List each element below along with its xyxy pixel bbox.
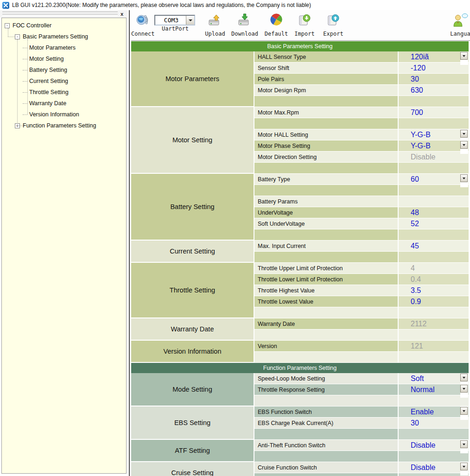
param-combobox	[460, 406, 468, 420]
tree-connector	[23, 103, 27, 104]
param-name: Throttle Lower Limit of Protection	[254, 274, 399, 285]
group-rows: HALL Sensor Type120iãSensor Shift-120Pol…	[254, 51, 469, 107]
panel-splitter[interactable]	[128, 10, 131, 476]
param-value	[399, 330, 469, 340]
connect-icon	[131, 13, 154, 29]
connect-button[interactable]: Connect	[131, 13, 154, 40]
param-value[interactable]: Enable	[399, 406, 469, 417]
tree-item-label: Motor Parameters	[29, 44, 76, 51]
tree-item-motor-setting[interactable]: Motor Setting	[23, 53, 64, 64]
param-value-text: 45	[411, 242, 419, 250]
param-value[interactable]: 4	[399, 263, 469, 273]
close-icon[interactable]: x	[119, 11, 125, 17]
param-value[interactable]: 630	[399, 85, 469, 95]
param-value[interactable]: 30	[399, 74, 469, 84]
param-value[interactable]: 2112	[399, 318, 469, 329]
param-value[interactable]: 120iã	[399, 51, 469, 62]
param-value[interactable]: 60	[399, 174, 469, 184]
dropdown-button[interactable]	[460, 440, 468, 448]
param-name	[254, 451, 399, 462]
param-value[interactable]: Soft	[399, 373, 469, 384]
param-value-text: Disable	[411, 441, 435, 450]
param-value[interactable]: Y-G-B	[399, 129, 469, 140]
param-value[interactable]: 30	[399, 418, 469, 428]
param-value[interactable]: Y-G-B	[399, 140, 469, 151]
param-name	[254, 429, 399, 439]
param-value	[399, 229, 469, 240]
param-row-anti-theft-function-switch: Anti-Theft Function SwitchDisable	[254, 440, 469, 451]
group-rows: Version121	[254, 341, 469, 363]
param-value[interactable]: 0.4	[399, 274, 469, 285]
group-cell-current-setting: Current Setting	[131, 241, 254, 263]
group-rows: Motor Max.Rpm700Motor HALL SettingY-G-BM…	[254, 107, 469, 174]
param-name: UnderVoltage	[254, 207, 399, 218]
param-value-text: 121	[411, 342, 423, 350]
param-value[interactable]: Normal	[399, 384, 469, 395]
group-battery-setting: Battery SettingBattery Type60Battery Par…	[131, 174, 469, 241]
param-value[interactable]: Disable	[399, 440, 469, 451]
tree-item-function-parameters-setting[interactable]: +Function Parameters Setting	[15, 120, 96, 131]
dropdown-button[interactable]	[460, 407, 468, 415]
dropdown-button[interactable]	[460, 141, 468, 149]
collapse-icon[interactable]: -	[15, 34, 20, 39]
default-button[interactable]: Default	[262, 13, 290, 40]
dropdown-button[interactable]	[460, 374, 468, 381]
language-button[interactable]: Langua	[446, 13, 470, 40]
tree-connector	[23, 48, 27, 48]
param-row-empty	[254, 352, 469, 363]
dropdown-button[interactable]	[460, 52, 468, 60]
tree-connector	[8, 28, 8, 37]
param-value	[399, 429, 469, 439]
param-name: Motor HALL Setting	[254, 129, 399, 140]
download-button[interactable]: Download	[229, 13, 260, 40]
param-value[interactable]: -120	[399, 63, 469, 73]
chevron-down-icon	[463, 388, 465, 390]
param-row-empty	[254, 163, 469, 174]
param-value[interactable]: 121	[399, 341, 469, 351]
param-value[interactable]: Disable	[399, 462, 469, 473]
collapse-icon[interactable]: -	[5, 23, 10, 28]
tree-item-battery-setting[interactable]: Battery Setting	[23, 64, 67, 76]
param-value[interactable]: Disable	[399, 152, 469, 162]
dropdown-button[interactable]	[460, 463, 468, 470]
param-row-empty	[254, 252, 469, 263]
param-name: Throttle Upper Limit of Protection	[254, 263, 399, 273]
export-button[interactable]: Export	[320, 13, 347, 40]
param-row-sensor-shift: Sensor Shift-120	[254, 63, 469, 74]
param-value[interactable]: 52	[399, 218, 469, 229]
param-row-speed-loop-mode-setting: Speed-Loop Mode SettingSoft	[254, 373, 469, 384]
tree-item-motor-parameters[interactable]: Motor Parameters	[23, 42, 76, 53]
tree-item-warranty-date[interactable]: Warranty Date	[23, 98, 66, 109]
window-title: LB GUI v121.20.2300(Note: Modify the par…	[12, 2, 311, 8]
uart-port-select[interactable]: COM3	[154, 15, 195, 25]
param-name	[254, 252, 399, 262]
tree-item-current-setting[interactable]: Current Setting	[23, 76, 68, 87]
tree-item-basic-parameters-setting[interactable]: -Basic Parameters Setting	[15, 31, 88, 42]
param-value[interactable]: 0.9	[399, 296, 469, 307]
tree-item-label: Current Setting	[29, 78, 68, 84]
tree-item-version-information[interactable]: Version Information	[23, 109, 79, 120]
tree-connector	[23, 114, 27, 115]
uart-port-dropdown-icon[interactable]	[186, 16, 194, 25]
param-value[interactable]: 700	[399, 107, 469, 118]
sidebar-grip-bar[interactable]: x	[0, 10, 128, 18]
param-row-throttle-highest-value: Throttle Highest Value3.5	[254, 285, 469, 296]
tree-item-label: Battery Setting	[29, 67, 67, 73]
upload-button[interactable]: Upload	[202, 13, 228, 40]
param-row-empty	[254, 229, 469, 241]
tree-item-throttle-setting[interactable]: Throttle Setting	[23, 87, 69, 98]
param-name: Warranty Date	[254, 318, 399, 329]
tree-connector	[23, 81, 27, 82]
param-value[interactable]: 3.5	[399, 285, 469, 296]
import-label: Import	[291, 31, 318, 37]
dropdown-button[interactable]	[460, 174, 468, 182]
param-value[interactable]: 45	[399, 241, 469, 251]
dropdown-button[interactable]	[460, 385, 468, 393]
tree-item-foc-controller[interactable]: -FOC Controller	[5, 20, 51, 31]
dropdown-button[interactable]	[460, 130, 468, 138]
param-value[interactable]: 48	[399, 207, 469, 218]
group-warranty-date: Warranty DateWarranty Date2112	[131, 318, 469, 341]
param-value-text: 2112	[411, 320, 426, 328]
param-row-empty	[254, 96, 469, 107]
import-button[interactable]: Import	[291, 13, 318, 40]
